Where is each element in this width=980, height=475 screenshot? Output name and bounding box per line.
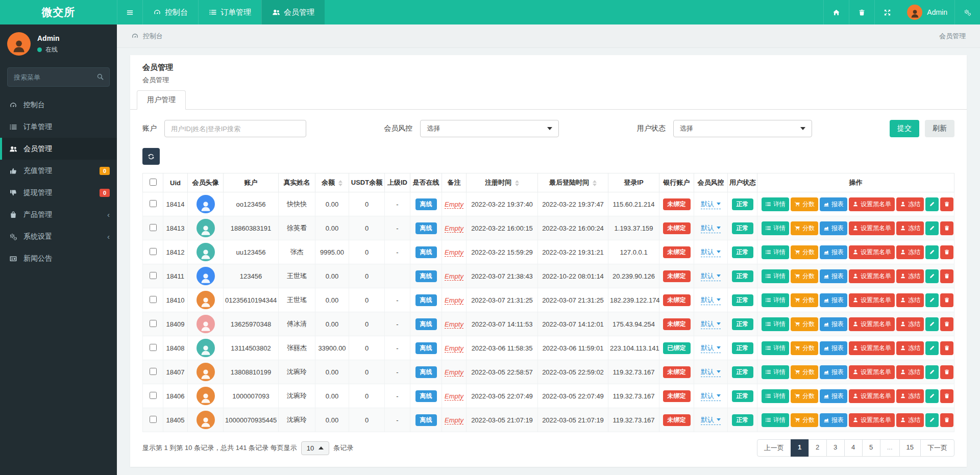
remark-link[interactable]: Empty [445, 248, 463, 257]
blacklist-button[interactable]: 设置黑名单 [849, 245, 895, 259]
blacklist-button[interactable]: 设置黑名单 [849, 197, 895, 211]
row-checkbox[interactable] [150, 296, 157, 303]
risk-dropdown[interactable]: 默认 [701, 247, 721, 257]
delete-button[interactable] [940, 293, 953, 307]
score-button[interactable]: 分数 [791, 413, 818, 427]
edit-button[interactable] [925, 413, 939, 427]
page-size-select[interactable]: 10 [301, 441, 329, 455]
edit-button[interactable] [925, 341, 939, 355]
blacklist-button[interactable]: 设置黑名单 [849, 317, 895, 331]
page-4[interactable]: 4 [844, 439, 863, 457]
page-ellipsis[interactable]: ... [880, 439, 900, 457]
sidebar-item-withdraw[interactable]: 提现管理0 [0, 182, 117, 204]
freeze-button[interactable]: 冻结 [896, 317, 924, 331]
report-button[interactable]: 报表 [820, 341, 847, 355]
risk-dropdown[interactable]: 默认 [701, 391, 721, 401]
remark-link[interactable]: Empty [445, 224, 463, 233]
delete-button[interactable] [940, 197, 953, 211]
blacklist-button[interactable]: 设置黑名单 [849, 269, 895, 283]
score-button[interactable]: 分数 [791, 389, 818, 403]
score-button[interactable]: 分数 [791, 293, 818, 307]
breadcrumb-left[interactable]: 控制台 [143, 32, 163, 41]
freeze-button[interactable]: 冻结 [896, 293, 924, 307]
detail-button[interactable]: 详情 [762, 389, 789, 403]
detail-button[interactable]: 详情 [762, 365, 789, 379]
search-input[interactable] [7, 67, 110, 87]
page-1[interactable]: 1 [791, 439, 809, 457]
score-button[interactable]: 分数 [791, 245, 818, 259]
sort-icon[interactable] [515, 180, 519, 186]
fullscreen-button[interactable] [874, 0, 900, 24]
risk-dropdown[interactable]: 默认 [701, 343, 721, 353]
delete-button[interactable] [940, 317, 953, 331]
freeze-button[interactable]: 冻结 [896, 341, 924, 355]
risk-dropdown[interactable]: 默认 [701, 295, 721, 305]
blacklist-button[interactable]: 设置黑名单 [849, 413, 895, 427]
score-button[interactable]: 分数 [791, 365, 818, 379]
page-5[interactable]: 5 [862, 439, 880, 457]
page-3[interactable]: 3 [826, 439, 845, 457]
page-prev[interactable]: 上一页 [757, 439, 791, 457]
freeze-button[interactable]: 冻结 [896, 389, 924, 403]
row-checkbox[interactable] [150, 272, 157, 279]
clear-cache-button[interactable] [849, 0, 874, 24]
nav-item-dashboard[interactable]: 控制台 [142, 0, 198, 24]
sidebar-item-dashboard[interactable]: 控制台 [0, 94, 117, 116]
report-button[interactable]: 报表 [820, 389, 847, 403]
page-next[interactable]: 下一页 [920, 439, 954, 457]
sidebar-item-news[interactable]: 新闻公告 [0, 247, 117, 269]
row-checkbox[interactable] [150, 200, 157, 207]
sidebar-item-orders[interactable]: 订单管理 [0, 116, 117, 138]
nav-item-members[interactable]: 会员管理 [261, 0, 325, 24]
delete-button[interactable] [940, 413, 953, 427]
edit-button[interactable] [925, 269, 939, 283]
report-button[interactable]: 报表 [820, 413, 847, 427]
home-button[interactable] [823, 0, 849, 24]
detail-button[interactable]: 详情 [762, 413, 789, 427]
sidebar-item-recharge[interactable]: 充值管理0 [0, 160, 117, 182]
row-checkbox[interactable] [150, 320, 157, 327]
score-button[interactable]: 分数 [791, 341, 818, 355]
edit-button[interactable] [925, 245, 939, 259]
edit-button[interactable] [925, 389, 939, 403]
risk-dropdown[interactable]: 默认 [701, 271, 721, 281]
col-header-last_time[interactable]: 最后登陆时间 [538, 173, 608, 192]
report-button[interactable]: 报表 [820, 317, 847, 331]
freeze-button[interactable]: 冻结 [896, 365, 924, 379]
detail-button[interactable]: 详情 [762, 221, 789, 235]
nav-item-orders[interactable]: 订单管理 [198, 0, 261, 24]
sidebar-item-members[interactable]: 会员管理 [0, 138, 117, 160]
sidebar-toggle-button[interactable] [117, 0, 142, 24]
sidebar-item-settings[interactable]: 系统设置‹ [0, 226, 117, 247]
score-button[interactable]: 分数 [791, 317, 818, 331]
score-button[interactable]: 分数 [791, 269, 818, 283]
freeze-button[interactable]: 冻结 [896, 245, 924, 259]
remark-link[interactable]: Empty [445, 296, 463, 305]
freeze-button[interactable]: 冻结 [896, 197, 924, 211]
reload-table-button[interactable] [142, 148, 160, 165]
remark-link[interactable]: Empty [445, 368, 463, 377]
page-2[interactable]: 2 [808, 439, 827, 457]
edit-button[interactable] [925, 293, 939, 307]
risk-select[interactable]: 选择 [420, 120, 559, 137]
settings-button[interactable] [954, 0, 980, 24]
delete-button[interactable] [940, 341, 953, 355]
detail-button[interactable]: 详情 [762, 341, 789, 355]
sidebar-item-products[interactable]: 产品管理‹ [0, 204, 117, 226]
delete-button[interactable] [940, 245, 953, 259]
page-15[interactable]: 15 [899, 439, 921, 457]
navbar-user-menu[interactable]: Admin [900, 0, 954, 24]
score-button[interactable]: 分数 [791, 197, 818, 211]
remark-link[interactable]: Empty [445, 201, 463, 209]
col-header-balance[interactable]: 余额 [315, 173, 349, 192]
blacklist-button[interactable]: 设置黑名单 [849, 389, 895, 403]
delete-button[interactable] [940, 221, 953, 235]
edit-button[interactable] [925, 221, 939, 235]
risk-dropdown[interactable]: 默认 [701, 367, 721, 377]
blacklist-button[interactable]: 设置黑名单 [849, 365, 895, 379]
report-button[interactable]: 报表 [820, 365, 847, 379]
row-checkbox[interactable] [150, 416, 157, 423]
blacklist-button[interactable]: 设置黑名单 [849, 293, 895, 307]
remark-link[interactable]: Empty [445, 272, 463, 281]
delete-button[interactable] [940, 269, 953, 283]
